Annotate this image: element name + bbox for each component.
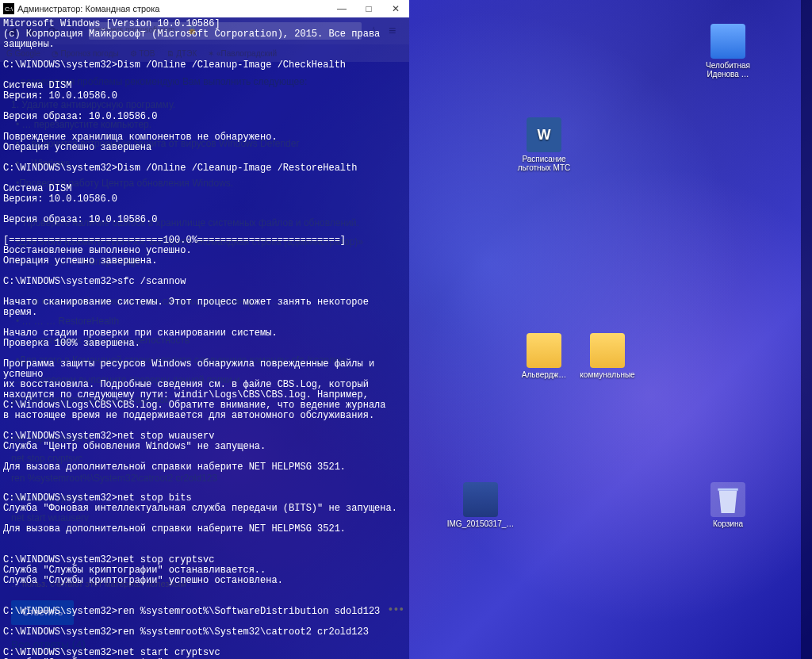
desktop-icon[interactable]: Челобитная Иденова … bbox=[698, 24, 758, 79]
titlebar[interactable]: C:\ Администратор: Командная строка — □ … bbox=[0, 0, 409, 17]
desktop-icon-label: Альвердж… bbox=[522, 370, 566, 379]
desktop-edge bbox=[801, 0, 812, 659]
window-title: Администратор: Командная строка bbox=[17, 4, 159, 13]
more-icon[interactable]: ••• bbox=[389, 603, 405, 615]
word-icon: W bbox=[527, 117, 561, 152]
bin-icon bbox=[710, 482, 745, 517]
desktop-icon[interactable]: IMG_20150317_… bbox=[450, 482, 511, 528]
desktop-icon[interactable]: Альвердж… bbox=[514, 333, 574, 379]
desktop-icon[interactable]: Корзина bbox=[698, 482, 758, 528]
generic-icon bbox=[710, 24, 745, 59]
desktop-icon[interactable]: коммунальные bbox=[577, 333, 638, 379]
terminal-output[interactable]: Microsoft Windows [Version 10.0.10586] (… bbox=[0, 17, 409, 659]
desktop-icon-label: Расписание льготных МТС bbox=[518, 155, 571, 172]
window-controls: — □ ✕ bbox=[328, 0, 409, 17]
img-icon bbox=[463, 482, 498, 517]
folder-icon bbox=[590, 333, 625, 368]
cmd-icon: C:\ bbox=[3, 3, 14, 14]
command-prompt-window: C:\ Администратор: Командная строка — □ … bbox=[0, 0, 409, 659]
desktop-icon[interactable]: WРасписание льготных МТС bbox=[514, 117, 574, 172]
desktop-icon-label: IMG_20150317_… bbox=[447, 519, 515, 528]
folder-icon bbox=[527, 333, 561, 368]
desktop-icon-label: коммунальные bbox=[580, 370, 634, 379]
desktop-icon-label: Челобитная Иденова … bbox=[706, 61, 750, 79]
minimize-button[interactable]: — bbox=[328, 0, 355, 17]
desktop-icon-label: Корзина bbox=[713, 519, 743, 528]
close-button[interactable]: ✕ bbox=[382, 0, 409, 17]
maximize-button[interactable]: □ bbox=[355, 0, 382, 17]
